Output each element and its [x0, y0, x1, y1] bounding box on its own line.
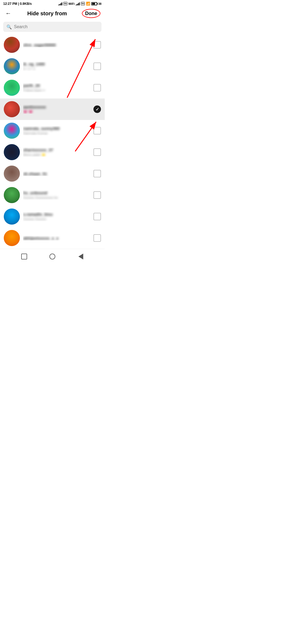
contact-name: hs_unbound: [23, 191, 90, 195]
checkbox[interactable]: [93, 213, 101, 220]
status-bar: 12:27 PM | 0.9KB/s Vo WiFi Vo 📶 38: [0, 0, 105, 7]
vo-label: Vo: [63, 2, 67, 5]
contact-item[interactable]: aantixxxxxx💗 💗: [0, 98, 105, 120]
contact-sub: Xxxxxx Xxxxxx: [23, 217, 90, 221]
contact-name: parth_20: [23, 83, 90, 88]
avatar: [4, 123, 20, 139]
contact-item[interactable]: ik_ng_14005 • 2 • 1: [0, 56, 105, 77]
contact-info: parth_20Follow back ↩: [23, 83, 90, 92]
speed-display: 0.9KB/s: [20, 2, 32, 6]
contact-sub: Namrata Kumar: [23, 131, 90, 135]
checkbox[interactable]: [93, 191, 101, 199]
contact-name: ik_ng_1400: [23, 62, 90, 66]
avatar: [4, 144, 20, 160]
wifi-text: WiFi: [68, 2, 75, 5]
status-time-speed: 12:27 PM | 0.9KB/s: [3, 2, 32, 6]
checkbox[interactable]: [93, 148, 101, 156]
checkbox[interactable]: [93, 234, 101, 242]
contact-item[interactable]: parth_20Follow back ↩: [0, 77, 105, 98]
circle-icon: [49, 254, 55, 259]
contact-item[interactable]: namrata_sunny360Namrata Kumar: [0, 120, 105, 141]
checkbox[interactable]: [93, 105, 101, 113]
nav-square-button[interactable]: [20, 252, 28, 261]
page-title: Hide story from: [15, 10, 80, 17]
contact-sub: 💗 💗: [23, 110, 90, 114]
square-icon: [21, 254, 27, 259]
battery-icon: [91, 2, 97, 5]
contact-info: sk.shaan_51: [23, 171, 90, 176]
contact-sub: Follow back ↩: [23, 88, 90, 92]
contact-name: abhijeetxxxxx_x_x: [23, 236, 90, 240]
contact-info: s.ramadin_bisuXxxxxx Xxxxxx: [23, 212, 90, 221]
wifi-icon-2: 📶: [86, 2, 90, 6]
contact-info: namrata_sunny360Namrata Kumar: [23, 126, 90, 135]
checkbox[interactable]: [93, 63, 101, 70]
search-input[interactable]: [3, 22, 102, 32]
avatar: [4, 37, 20, 53]
contact-item[interactable]: sharmxxxxx_37Monu patel 🌟: [0, 141, 105, 163]
vo-label-2: Vo: [81, 2, 85, 5]
contact-info: sharmxxxxx_37Monu patel 🌟: [23, 148, 90, 157]
back-button[interactable]: ←: [4, 9, 12, 18]
nav-bar: [0, 249, 105, 265]
contact-info: aantixxxxxx💗 💗: [23, 105, 90, 114]
signal-icon-2: [76, 2, 80, 5]
contact-sub: Xxxxxx Xxxxxxxxxx hs: [23, 196, 90, 200]
contact-name: sk.shaan_51: [23, 171, 90, 176]
contact-name: namrata_sunny360: [23, 126, 90, 131]
contact-list: shre_sagar00000ik_ng_14005 • 2 • 1parth_…: [0, 34, 105, 249]
contact-item[interactable]: sk.shaan_51: [0, 163, 105, 184]
contact-sub: 5 • 2 • 1: [23, 67, 90, 71]
time-display: 12:27 PM: [3, 2, 17, 6]
contact-info: abhijeetxxxxx_x_x: [23, 236, 90, 240]
header: ← Hide story from Done: [0, 7, 105, 21]
avatar: [4, 58, 20, 74]
battery-level: 38: [98, 2, 102, 5]
signal-icon: [58, 2, 62, 5]
status-icons: Vo WiFi Vo 📶 38: [58, 2, 102, 6]
nav-back-button[interactable]: [77, 252, 85, 261]
contact-name: aantixxxxxx: [23, 105, 90, 109]
search-icon: 🔍: [6, 24, 12, 30]
contact-info: hs_unboundXxxxxx Xxxxxxxxxx hs: [23, 191, 90, 200]
search-container: 🔍: [3, 22, 102, 32]
done-button[interactable]: Done: [82, 9, 100, 18]
contact-item[interactable]: s.ramadin_bisuXxxxxx Xxxxxx: [0, 206, 105, 227]
checkbox[interactable]: [93, 127, 101, 134]
avatar: [4, 208, 20, 225]
contact-name: shre_sagar00000: [23, 43, 90, 47]
checkbox[interactable]: [93, 170, 101, 177]
contact-sub: Monu patel 🌟: [23, 153, 90, 157]
avatar: [4, 166, 20, 182]
contact-info: shre_sagar00000: [23, 43, 90, 47]
checkbox[interactable]: [93, 41, 101, 49]
back-icon: [78, 254, 83, 259]
contact-item[interactable]: abhijeetxxxxx_x_x: [0, 227, 105, 249]
avatar: [4, 230, 20, 246]
avatar: [4, 80, 20, 96]
contact-name: s.ramadin_bisu: [23, 212, 90, 217]
contact-info: ik_ng_14005 • 2 • 1: [23, 62, 90, 71]
avatar: [4, 101, 20, 117]
checkbox[interactable]: [93, 84, 101, 92]
contact-name: sharmxxxxx_37: [23, 148, 90, 152]
contact-item[interactable]: hs_unboundXxxxxx Xxxxxxxxxx hs: [0, 184, 105, 206]
nav-home-button[interactable]: [48, 252, 57, 261]
avatar: [4, 187, 20, 203]
contact-item[interactable]: shre_sagar00000: [0, 34, 105, 56]
